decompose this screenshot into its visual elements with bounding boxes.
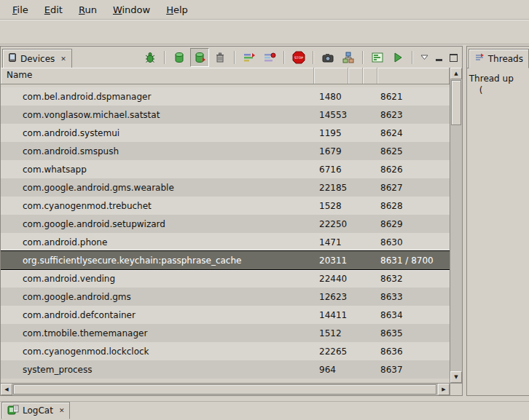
device-icon xyxy=(8,52,17,65)
column-header-spacer1[interactable] xyxy=(348,68,363,84)
start-method-profiling-icon[interactable] xyxy=(260,48,279,67)
toolbar-separator xyxy=(234,51,235,64)
table-row[interactable]: com.google.android.setupwizard 22250 862… xyxy=(1,215,450,233)
table-row[interactable]: org.sufficientlysecure.keychain:passphra… xyxy=(1,251,450,269)
process-name: com.google.android.gms.wearable xyxy=(1,183,314,193)
process-name: com.android.phone xyxy=(1,237,314,247)
table-row[interactable]: com.android.systemui 1195 8624 xyxy=(1,124,450,142)
scroll-right-icon[interactable]: ▶ xyxy=(438,384,450,395)
process-port: 8635 xyxy=(377,328,450,338)
vertical-scroll-thumb[interactable] xyxy=(451,80,461,125)
table-row[interactable]: com.google.android.gms.wearable 22185 86… xyxy=(1,178,450,197)
process-name: com.bel.android.dspmanager xyxy=(1,92,314,102)
menu-run[interactable]: Run xyxy=(71,1,105,18)
process-port: 8629 xyxy=(377,219,450,229)
toolbar-separator xyxy=(283,51,285,64)
tab-logcat[interactable]: LogCat ✕ xyxy=(1,402,70,419)
tab-devices[interactable]: Devices ✕ xyxy=(2,49,72,68)
process-pid: 1195 xyxy=(314,128,348,138)
process-pid: 6716 xyxy=(314,165,348,175)
svg-text:STOP: STOP xyxy=(294,56,303,60)
process-port: 8625 xyxy=(377,146,450,156)
stop-process-icon[interactable]: STOP xyxy=(289,48,308,67)
tab-threads[interactable]: Threads xyxy=(469,49,529,68)
table-row[interactable]: com.android.defcontainer 14411 8634 xyxy=(1,306,450,324)
process-pid: 22250 xyxy=(314,219,348,229)
screen-capture-icon[interactable] xyxy=(318,48,337,67)
update-threads-icon[interactable] xyxy=(240,48,259,67)
table-row[interactable]: com.cyanogenmod.trebuchet 1528 8628 xyxy=(1,197,450,215)
dump-hprof-icon[interactable] xyxy=(190,48,209,67)
column-header-pid[interactable] xyxy=(314,68,348,84)
column-header-port[interactable] xyxy=(377,68,450,84)
process-pid: 22185 xyxy=(314,183,348,193)
process-port: 8626 xyxy=(377,165,450,175)
toolbar-separator xyxy=(164,51,165,64)
toolbar-separator xyxy=(412,51,413,64)
threads-view: Threads Thread up ( xyxy=(466,46,529,396)
vertical-scrollbar[interactable]: ▲ ▼ xyxy=(450,68,462,383)
horizontal-scrollbar[interactable]: ◀ ▶ xyxy=(1,383,450,395)
process-port: 8621 xyxy=(377,92,450,102)
toolbar-separator xyxy=(362,51,364,64)
process-port: 8628 xyxy=(377,201,450,211)
process-port: 8636 xyxy=(377,346,450,357)
logcat-icon xyxy=(7,405,19,417)
menu-help[interactable]: Help xyxy=(158,1,196,18)
menu-window[interactable]: Window xyxy=(105,1,158,18)
process-name: com.vonglasow.michael.satstat xyxy=(1,110,314,120)
table-row[interactable]: com.vonglasow.michael.satstat 14553 8623 xyxy=(1,106,450,124)
process-name: com.android.vending xyxy=(1,274,314,284)
table-row[interactable]: com.whatsapp 6716 8626 xyxy=(1,160,450,178)
menu-edit[interactable]: Edit xyxy=(36,1,71,18)
process-name: com.tmobile.thememanager xyxy=(1,328,314,338)
process-pid: 22265 xyxy=(314,346,348,357)
view-menu-icon[interactable] xyxy=(418,51,431,64)
dump-view-hierarchy-icon[interactable] xyxy=(339,48,358,67)
scroll-up-icon[interactable]: ▲ xyxy=(450,68,462,79)
threads-message-line1: Thread up xyxy=(469,73,527,84)
menu-file[interactable]: File xyxy=(4,1,36,18)
scroll-down-icon[interactable]: ▼ xyxy=(450,371,462,383)
debug-process-icon[interactable] xyxy=(141,48,160,67)
table-row[interactable]: com.android.phone 1471 8630 xyxy=(1,233,450,251)
process-port: 8630 xyxy=(377,237,450,247)
process-pid: 1480 xyxy=(314,92,348,102)
table-header: Name xyxy=(1,68,450,84)
scrollbar-corner xyxy=(450,383,462,395)
process-pid: 1679 xyxy=(314,146,348,156)
close-icon[interactable]: ✕ xyxy=(60,55,66,63)
process-name: com.android.systemui xyxy=(1,128,314,138)
threads-icon xyxy=(474,52,485,65)
process-pid: 22440 xyxy=(314,274,348,284)
minimize-view-icon[interactable] xyxy=(432,51,445,64)
devices-view: Devices ✕ xyxy=(0,46,463,396)
process-port: 8627 xyxy=(377,183,450,193)
capture-systrace-icon[interactable] xyxy=(368,48,387,67)
table-row[interactable]: com.android.smspush 1679 8625 xyxy=(1,142,450,160)
table-row[interactable]: com.android.vending 22440 8632 xyxy=(1,269,450,288)
maximize-view-icon[interactable] xyxy=(447,51,460,64)
table-row[interactable]: com.bel.android.dspmanager 1480 8621 xyxy=(1,87,450,106)
table-row[interactable]: system_process 964 8637 xyxy=(1,360,450,379)
process-pid: 1471 xyxy=(314,237,348,247)
process-port: 8634 xyxy=(377,310,450,320)
process-name: com.google.android.setupwizard xyxy=(1,219,314,229)
threads-message-line2: ( xyxy=(469,84,527,96)
scroll-left-icon[interactable]: ◀ xyxy=(1,384,12,395)
table-row[interactable]: com.tmobile.thememanager 1512 8635 xyxy=(1,324,450,342)
horizontal-scroll-thumb[interactable] xyxy=(13,384,436,395)
process-pid: 964 xyxy=(314,365,348,375)
table-row[interactable]: com.cyanogenmod.lockclock 22265 8636 xyxy=(1,342,450,360)
cause-gc-icon[interactable] xyxy=(211,48,230,67)
column-header-spacer2[interactable] xyxy=(363,68,377,84)
column-header-name[interactable]: Name xyxy=(1,68,314,84)
main-area: Devices ✕ xyxy=(0,46,529,400)
start-opengl-trace-icon[interactable] xyxy=(388,48,407,67)
close-icon[interactable]: ✕ xyxy=(59,407,65,414)
logcat-strip: LogCat ✕ xyxy=(0,401,529,419)
table-row[interactable]: com.google.android.gms 12623 8633 xyxy=(1,288,450,306)
tab-logcat-label: LogCat xyxy=(23,405,53,416)
update-heap-icon[interactable] xyxy=(170,48,189,67)
tab-threads-label: Threads xyxy=(488,54,523,64)
